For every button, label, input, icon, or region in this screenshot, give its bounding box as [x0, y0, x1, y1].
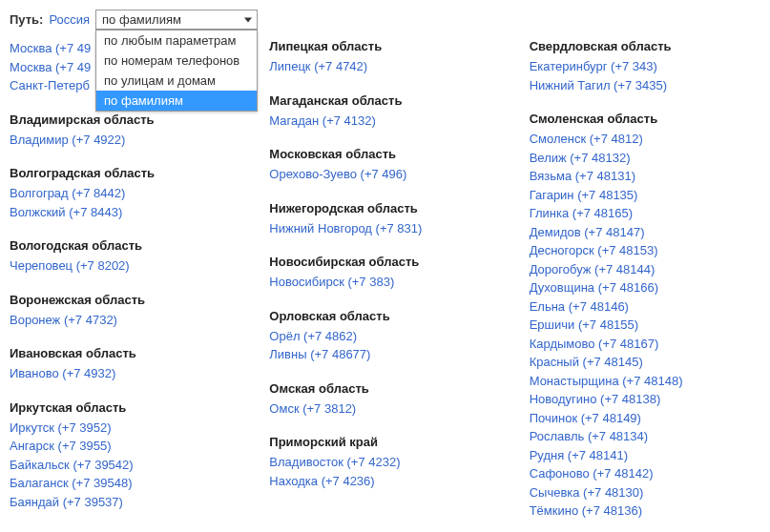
search-mode-dropdown: по любым параметрампо номерам телефоновп… [95, 30, 258, 112]
region-title: Приморский край [269, 435, 500, 449]
city-link[interactable]: Красный (+7 48145) [530, 353, 760, 372]
city-link[interactable]: Иваново (+7 4932) [10, 364, 240, 383]
region-block: Смоленская областьСмоленск (+7 4812)Вели… [530, 112, 760, 521]
city-link[interactable]: Духовщина (+7 48166) [530, 278, 760, 297]
city-link[interactable]: Новосибирск (+7 383) [269, 273, 500, 292]
regions-columns: Москва (+7 49Москва (+7 49Санкт-ПетербВл… [10, 39, 760, 532]
region-block: Иркутская областьИркутск (+7 3952)Ангарс… [10, 400, 240, 512]
city-link[interactable]: Велиж (+7 48132) [530, 149, 760, 168]
city-link[interactable]: Владивосток (+7 4232) [269, 453, 500, 472]
city-link[interactable]: Баяндай (+7 39537) [10, 493, 240, 512]
region-title: Магаданская область [269, 93, 500, 108]
region-title: Нижегородская область [269, 201, 500, 215]
city-link[interactable]: Сафоново (+7 48142) [530, 464, 760, 483]
region-block: Вологодская областьЧереповец (+7 8202) [10, 238, 240, 276]
city-link[interactable]: Тёмкино (+7 48136) [530, 501, 760, 521]
dropdown-option[interactable]: по любым параметрам [96, 31, 257, 51]
search-mode-select[interactable]: по фамилиям [95, 10, 258, 30]
city-link[interactable]: Екатеринбург (+7 343) [530, 57, 760, 76]
city-link[interactable]: Череповец (+7 8202) [10, 256, 240, 276]
city-link[interactable]: Волжский (+7 8443) [10, 203, 240, 222]
column-3: Свердловская областьЕкатеринбург (+7 343… [530, 39, 760, 532]
city-link[interactable]: Вязьма (+7 48131) [530, 167, 760, 186]
path-country-link[interactable]: Россия [49, 12, 90, 27]
region-title: Владимирская область [10, 113, 240, 127]
region-block: Владимирская областьВладимир (+7 4922) [10, 113, 240, 150]
region-block: Воронежская областьВоронеж (+7 4732) [10, 293, 240, 330]
region-title: Свердловская область [530, 39, 760, 53]
region-block: Магаданская областьМагадан (+7 4132) [269, 93, 500, 131]
city-link[interactable]: Дорогобуж (+7 48144) [530, 260, 760, 279]
region-title: Волгоградская область [10, 166, 240, 180]
region-title: Омская область [269, 381, 500, 396]
dropdown-option[interactable]: по улицам и домам [96, 71, 257, 91]
region-block: Липецкая областьЛипецк (+7 4742) [269, 39, 500, 76]
region-title: Новосибирская область [269, 255, 500, 269]
path-label: Путь: [10, 12, 43, 27]
city-link[interactable]: Воронеж (+7 4732) [10, 311, 240, 330]
dropdown-option[interactable]: по номерам телефонов [96, 51, 257, 71]
city-link[interactable]: Кардымово (+7 48167) [530, 335, 760, 354]
city-link[interactable]: Рославль (+7 48134) [530, 427, 760, 446]
region-block: Новосибирская областьНовосибирск (+7 383… [269, 255, 500, 292]
city-link[interactable]: Сычевка (+7 48130) [530, 483, 760, 502]
region-block: Нижегородская областьНижний Новгород (+7… [269, 201, 500, 238]
city-link[interactable]: Магадан (+7 4132) [269, 112, 500, 131]
city-link[interactable]: Рудня (+7 48141) [530, 446, 760, 465]
region-title: Иркутская область [10, 400, 240, 415]
region-block: Орловская областьОрёл (+7 4862)Ливны (+7… [269, 309, 500, 364]
city-link[interactable]: Нижний Новгород (+7 831) [269, 219, 500, 238]
city-link[interactable]: Владимир (+7 4922) [10, 131, 240, 150]
region-title: Ивановская область [10, 346, 240, 360]
city-link[interactable]: Гагарин (+7 48135) [530, 186, 760, 205]
city-link[interactable]: Балаганск (+7 39548) [10, 474, 240, 493]
city-link[interactable]: Находка (+7 4236) [269, 472, 500, 491]
region-title: Липецкая область [269, 39, 500, 53]
region-title: Воронежская область [10, 293, 240, 307]
city-link[interactable]: Орёл (+7 4862) [269, 327, 500, 346]
city-link[interactable]: Омск (+7 3812) [269, 399, 500, 419]
region-block: Приморский крайВладивосток (+7 4232)Нахо… [269, 435, 500, 490]
region-title: Вологодская область [10, 238, 240, 253]
city-link[interactable]: Десногорск (+7 48153) [530, 241, 760, 260]
region-block: Ивановская областьИваново (+7 4932) [10, 346, 240, 383]
search-mode-select-wrap: по фамилиям по любым параметрампо номера… [95, 10, 258, 30]
city-link[interactable]: Липецк (+7 4742) [269, 57, 500, 76]
city-link[interactable]: Ершичи (+7 48155) [530, 316, 760, 335]
city-link[interactable]: Починок (+7 48149) [530, 409, 760, 428]
region-block: Свердловская областьЕкатеринбург (+7 343… [530, 39, 760, 94]
column-2: Липецкая областьЛипецк (+7 4742)Магаданс… [269, 39, 500, 532]
region-block: Омская областьОмск (+7 3812) [269, 381, 500, 419]
region-title: Орловская область [269, 309, 500, 323]
city-link[interactable]: Демидов (+7 48147) [530, 223, 760, 242]
city-link[interactable]: Монастырщина (+7 48148) [530, 372, 760, 391]
region-title: Московская область [269, 147, 500, 161]
city-link[interactable]: Нижний Тагил (+7 3435) [530, 76, 760, 95]
city-link[interactable]: Ливны (+7 48677) [269, 345, 500, 364]
city-link[interactable]: Смоленск (+7 4812) [530, 130, 760, 149]
city-link[interactable]: Иркутск (+7 3952) [10, 419, 240, 438]
region-title: Смоленская область [530, 112, 760, 126]
dropdown-option[interactable]: по фамилиям [96, 91, 257, 111]
breadcrumb-row: Путь: Россия по фамилиям по любым параме… [10, 10, 760, 30]
region-block: Волгоградская областьВолгоград (+7 8442)… [10, 166, 240, 221]
city-link[interactable]: Новодугино (+7 48138) [530, 390, 760, 409]
region-block: Московская областьОрехово-Зуево (+7 496) [269, 147, 500, 184]
city-link[interactable]: Глинка (+7 48165) [530, 204, 760, 223]
city-link[interactable]: Орехово-Зуево (+7 496) [269, 165, 500, 184]
city-link[interactable]: Ельна (+7 48146) [530, 297, 760, 317]
column-1: Москва (+7 49Москва (+7 49Санкт-ПетербВл… [10, 39, 240, 532]
city-link[interactable]: Байкальск (+7 39542) [10, 456, 240, 475]
city-link[interactable]: Ангарск (+7 3955) [10, 437, 240, 456]
city-link[interactable]: Волгоград (+7 8442) [10, 184, 240, 203]
